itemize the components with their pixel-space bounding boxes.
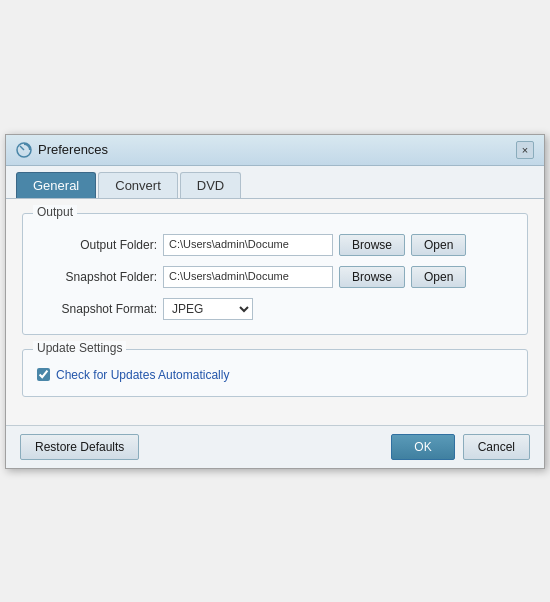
- output-section-title: Output: [33, 205, 77, 219]
- close-button[interactable]: ×: [516, 141, 534, 159]
- check-updates-row: Check for Updates Automatically: [37, 368, 513, 382]
- dialog-title: Preferences: [38, 142, 108, 157]
- output-folder-browse-button[interactable]: Browse: [339, 234, 405, 256]
- check-updates-checkbox[interactable]: [37, 368, 50, 381]
- tab-dvd[interactable]: DVD: [180, 172, 241, 198]
- footer: Restore Defaults OK Cancel: [6, 425, 544, 468]
- check-updates-label[interactable]: Check for Updates Automatically: [56, 368, 229, 382]
- restore-defaults-button[interactable]: Restore Defaults: [20, 434, 139, 460]
- snapshot-format-select[interactable]: JPEG PNG BMP: [163, 298, 253, 320]
- content-area: Output Output Folder: C:\Users\admin\Doc…: [6, 199, 544, 425]
- ok-button[interactable]: OK: [391, 434, 454, 460]
- output-folder-row: Output Folder: C:\Users\admin\Docume Bro…: [37, 234, 513, 256]
- update-section-title: Update Settings: [33, 341, 126, 355]
- tab-bar: General Convert DVD: [6, 166, 544, 199]
- snapshot-folder-row: Snapshot Folder: C:\Users\admin\Docume B…: [37, 266, 513, 288]
- snapshot-format-row: Snapshot Format: JPEG PNG BMP: [37, 298, 513, 320]
- snapshot-folder-label: Snapshot Folder:: [37, 270, 157, 284]
- snapshot-folder-open-button[interactable]: Open: [411, 266, 466, 288]
- cancel-button[interactable]: Cancel: [463, 434, 530, 460]
- output-folder-open-button[interactable]: Open: [411, 234, 466, 256]
- output-folder-label: Output Folder:: [37, 238, 157, 252]
- update-section: Update Settings Check for Updates Automa…: [22, 349, 528, 397]
- preferences-dialog: Preferences × General Convert DVD Output…: [5, 134, 545, 469]
- tab-general[interactable]: General: [16, 172, 96, 198]
- snapshot-folder-browse-button[interactable]: Browse: [339, 266, 405, 288]
- title-bar: Preferences ×: [6, 135, 544, 166]
- snapshot-format-label: Snapshot Format:: [37, 302, 157, 316]
- app-icon: [16, 142, 32, 158]
- footer-right: OK Cancel: [391, 434, 530, 460]
- title-bar-left: Preferences: [16, 142, 108, 158]
- output-section: Output Output Folder: C:\Users\admin\Doc…: [22, 213, 528, 335]
- output-folder-input[interactable]: C:\Users\admin\Docume: [163, 234, 333, 256]
- snapshot-folder-input[interactable]: C:\Users\admin\Docume: [163, 266, 333, 288]
- tab-convert[interactable]: Convert: [98, 172, 178, 198]
